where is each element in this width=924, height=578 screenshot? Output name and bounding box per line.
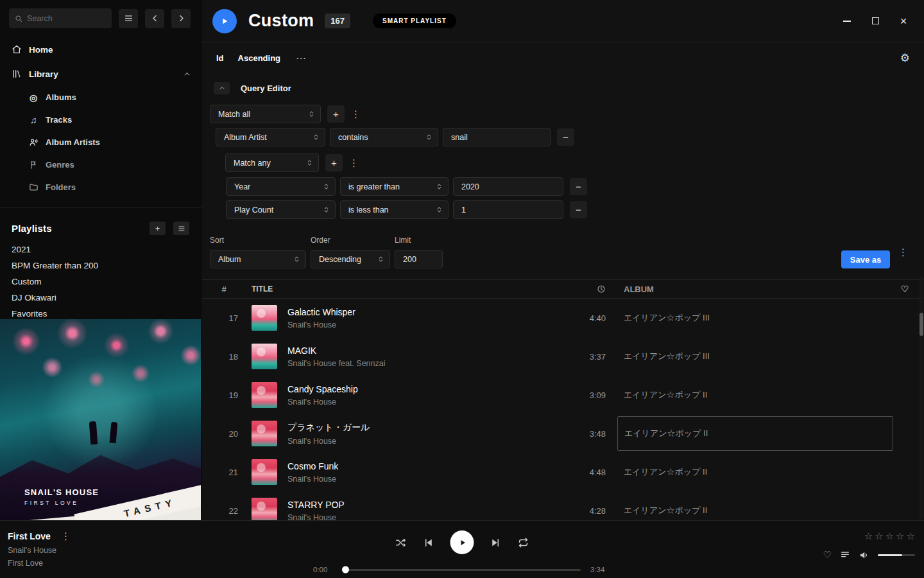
- rule-row: Play Count is less than −: [226, 200, 910, 219]
- rule-group-menu-button[interactable]: ⋮: [349, 109, 363, 120]
- sort-direction-chip[interactable]: Ascending: [238, 53, 280, 63]
- next-button[interactable]: [490, 537, 502, 548]
- track-album-focused-cell[interactable]: エイリアン☆ポップ II: [617, 416, 893, 451]
- track-art: [252, 344, 277, 369]
- nav-back-button[interactable]: [145, 9, 164, 28]
- column-header-duration[interactable]: [554, 285, 606, 293]
- playlist-item[interactable]: 2021: [0, 241, 202, 258]
- cover-album-label: FIRST LOVE: [24, 500, 99, 506]
- star-icon[interactable]: ☆: [896, 530, 904, 542]
- remove-rule-button[interactable]: −: [570, 178, 587, 195]
- playlist-item[interactable]: Custom: [0, 274, 202, 290]
- window-maximize-button[interactable]: [861, 8, 889, 34]
- query-editor-title: Query Editor: [241, 83, 291, 93]
- playlist-item[interactable]: DJ Okawari: [0, 290, 202, 306]
- order-select[interactable]: Descending: [311, 250, 390, 268]
- column-header-title[interactable]: TITLE: [252, 285, 554, 293]
- list-icon: [178, 225, 185, 232]
- playlist-list-button[interactable]: [173, 222, 189, 235]
- seek-handle[interactable]: [342, 566, 349, 574]
- track-row[interactable]: 18 MAGIK Snail's House feat. Sennzai 3:3…: [202, 337, 924, 376]
- rule-value-input[interactable]: [453, 177, 563, 196]
- track-row[interactable]: 19 Candy Spaceship Snail's House 3:09 エイ…: [202, 376, 924, 414]
- rule-operator-select[interactable]: is less than: [340, 200, 449, 219]
- add-rule-button[interactable]: +: [327, 105, 345, 123]
- column-header-album[interactable]: ALBUM: [617, 280, 893, 298]
- favorite-button[interactable]: ♡: [823, 549, 832, 561]
- chevron-up-icon[interactable]: [183, 70, 191, 78]
- add-group-rule-button[interactable]: +: [325, 154, 343, 171]
- limit-input[interactable]: [395, 250, 443, 268]
- sidebar-item-albums[interactable]: ◎ Albums: [0, 86, 202, 109]
- settings-gear-button[interactable]: ⚙: [900, 51, 910, 65]
- search-input[interactable]: [27, 14, 106, 23]
- previous-button[interactable]: [423, 537, 434, 548]
- seek-bar[interactable]: [343, 569, 581, 571]
- track-row[interactable]: 21 Cosmo Funk Snail's House 4:48 エイリアン☆ポ…: [202, 453, 924, 491]
- volume-button[interactable]: [859, 550, 869, 561]
- remove-rule-button[interactable]: −: [557, 128, 574, 146]
- track-title: プラネット・ガール: [287, 422, 554, 434]
- sidebar-item-label: Library: [29, 69, 58, 79]
- playlist-play-button[interactable]: [212, 9, 237, 33]
- rule-value-input[interactable]: [453, 200, 563, 219]
- group-menu-button[interactable]: ⋮: [347, 157, 361, 169]
- track-duration: 3:09: [554, 390, 606, 400]
- root-match-select[interactable]: Match all: [210, 105, 321, 123]
- rule-operator-select[interactable]: is greater than: [340, 177, 449, 196]
- sort-field-chip[interactable]: Id: [216, 53, 224, 63]
- more-options-icon[interactable]: ⋯: [296, 52, 306, 64]
- track-artist: Snail's House: [287, 437, 554, 446]
- track-title: Candy Spaceship: [287, 384, 554, 394]
- add-playlist-button[interactable]: +: [150, 222, 166, 235]
- shuffle-button[interactable]: [395, 537, 407, 548]
- track-row[interactable]: 17 Galactic Whisper Snail's House 4:40 エ…: [202, 299, 924, 337]
- nav-forward-button[interactable]: [171, 9, 191, 28]
- sidebar-item-folders[interactable]: Folders: [0, 176, 202, 198]
- rule-field-select[interactable]: Play Count: [226, 200, 336, 219]
- search-box[interactable]: [9, 8, 112, 28]
- column-header-favorite[interactable]: ♡: [893, 284, 916, 294]
- player-bar: First Love ⋮ Snail's House First Love 0:…: [0, 520, 924, 578]
- unfold-icon: [322, 206, 330, 214]
- group-match-select[interactable]: Match any: [225, 153, 319, 172]
- track-duration: 4:48: [554, 468, 606, 477]
- save-menu-button[interactable]: ⋮: [896, 247, 910, 258]
- track-row[interactable]: 20 プラネット・ガール Snail's House 3:48 エイリアン☆ポッ…: [202, 414, 924, 453]
- star-icon[interactable]: ☆: [875, 530, 883, 542]
- window-minimize-button[interactable]: [833, 8, 861, 34]
- sidebar-item-genres[interactable]: Genres: [0, 153, 202, 176]
- queue-button[interactable]: [840, 550, 850, 560]
- sidebar-item-home[interactable]: Home: [0, 37, 202, 62]
- rule-operator-select[interactable]: contains: [330, 128, 438, 146]
- sidebar-item-album-artists[interactable]: Album Artists: [0, 131, 202, 153]
- star-icon[interactable]: ☆: [907, 530, 915, 542]
- rule-field-select[interactable]: Year: [226, 177, 336, 196]
- window-close-button[interactable]: ×: [889, 8, 918, 34]
- save-as-button[interactable]: Save as: [841, 250, 890, 268]
- query-editor-collapse-button[interactable]: [214, 82, 230, 94]
- track-row[interactable]: 22 STARRY POP Snail's House 4:28 エイリアン☆ポ…: [202, 491, 924, 520]
- volume-icon: [859, 550, 869, 561]
- column-header-index[interactable]: #: [210, 285, 238, 294]
- sort-select[interactable]: Album: [210, 250, 306, 268]
- track-art: [252, 382, 277, 408]
- remove-rule-button[interactable]: −: [570, 201, 587, 218]
- volume-fill: [878, 554, 902, 556]
- star-icon[interactable]: ☆: [886, 530, 894, 542]
- scrollbar-thumb[interactable]: [920, 313, 923, 336]
- now-playing-cover-art[interactable]: TASTY SNAIL'S HOUSE FIRST LOVE: [0, 319, 201, 520]
- rule-field-select[interactable]: Album Artist: [216, 128, 325, 146]
- sidebar-item-library[interactable]: Library: [0, 62, 202, 86]
- star-icon[interactable]: ☆: [864, 530, 873, 542]
- now-playing-menu-button[interactable]: ⋮: [59, 530, 73, 542]
- volume-slider[interactable]: [878, 554, 915, 556]
- sidebar-item-tracks[interactable]: ♫ Tracks: [0, 109, 202, 131]
- track-album: エイリアン☆ポップ II: [617, 491, 893, 520]
- play-pause-button[interactable]: [450, 530, 474, 554]
- playlist-item[interactable]: BPM Greater than 200: [0, 258, 202, 274]
- rule-value-input[interactable]: [443, 128, 551, 146]
- smart-playlist-badge: SMART PLAYLIST: [373, 13, 456, 28]
- repeat-button[interactable]: [518, 537, 529, 548]
- menu-button[interactable]: [119, 9, 138, 28]
